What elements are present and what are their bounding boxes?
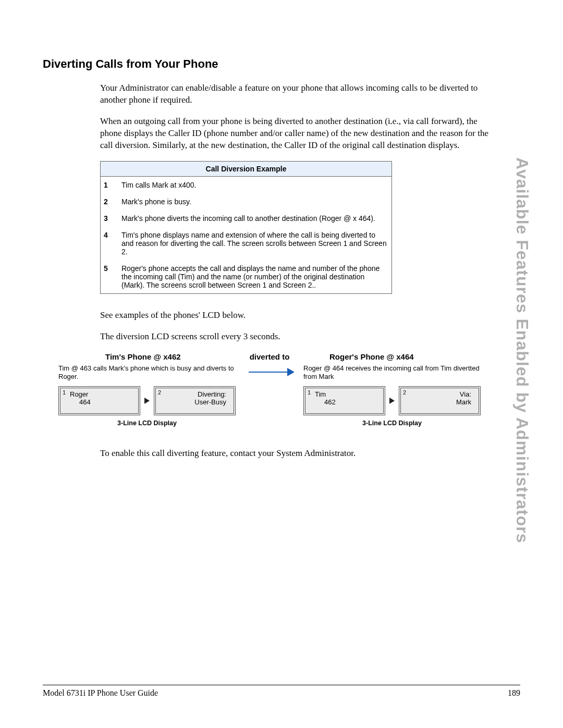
- row-num: 5: [101, 260, 119, 294]
- mid-text: See examples of the phones' LCD below. T…: [100, 310, 489, 343]
- row-text: Mark's phone diverts the incoming call t…: [118, 210, 392, 227]
- table-header: Call Diversion Example: [101, 161, 392, 176]
- side-section-title: Available Features Enabled by Administra…: [512, 157, 532, 544]
- lcd-line-2: 462: [315, 398, 380, 406]
- roger-phone-desc: Roger @ 464 receives the incoming call f…: [303, 364, 481, 382]
- row-text: Tim calls Mark at x400.: [118, 176, 392, 193]
- paragraph-2: When an outgoing call from your phone is…: [100, 116, 489, 152]
- tim-lcd-row: 1 Roger 464 2 Diverting: User-Busy: [58, 386, 236, 415]
- lcd-number-badge: 1: [308, 389, 311, 396]
- roger-lcd-screen-2: 2 Via: Mark: [399, 386, 481, 415]
- row-text: Mark's phone is busy.: [118, 193, 392, 210]
- roger-lcd-row: 1 Tim 462 2 Via: Mark: [303, 386, 481, 415]
- lcd-number-badge: 1: [63, 389, 66, 396]
- tim-phone-column: Tim's Phone @ x462 Tim @ 463 calls Mark'…: [58, 352, 236, 427]
- lcd-line-1: Tim: [315, 390, 380, 398]
- lcd-line-2: Mark: [410, 398, 475, 406]
- roger-lcd-caption: 3-Line LCD Display: [303, 419, 481, 427]
- roger-phone-column: Roger's Phone @ x464 Roger @ 464 receive…: [303, 352, 481, 427]
- paragraph-4: The diversion LCD screens scroll every 3…: [100, 331, 489, 343]
- tim-lcd-screen-1: 1 Roger 464: [58, 386, 140, 415]
- paragraph-1: Your Administrator can enable/disable a …: [100, 82, 489, 106]
- closing-text: To enable this call diverting feature, c…: [100, 448, 489, 460]
- triangle-right-icon: [144, 398, 150, 404]
- page-number: 189: [508, 688, 520, 698]
- row-text: Roger's phone accepts the call and displ…: [118, 260, 392, 294]
- lcd-line-1: Roger: [70, 390, 135, 398]
- diagram-gap: [236, 352, 288, 427]
- table-row: 5 Roger's phone accepts the call and dis…: [101, 260, 392, 294]
- lcd-number-badge: 2: [403, 389, 406, 396]
- row-text: Tim's phone displays name and extension …: [118, 227, 392, 260]
- tim-phone-title: Tim's Phone @ x462: [105, 352, 236, 361]
- roger-lcd-screen-1: 1 Tim 462: [303, 386, 385, 415]
- paragraph-5: To enable this call diverting feature, c…: [100, 448, 489, 460]
- lcd-number-badge: 2: [158, 389, 161, 396]
- section-heading: Diverting Calls from Your Phone: [43, 57, 520, 71]
- lcd-line-1: Diverting:: [165, 390, 230, 398]
- footer-rule: [43, 685, 520, 685]
- row-num: 1: [101, 176, 119, 193]
- row-num: 4: [101, 227, 119, 260]
- lcd-line-2: User-Busy: [165, 398, 230, 406]
- page: Available Features Enabled by Administra…: [0, 0, 563, 728]
- intro-block: Your Administrator can enable/disable a …: [100, 82, 489, 152]
- tim-lcd-screen-2: 2 Diverting: User-Busy: [154, 386, 236, 415]
- row-num: 2: [101, 193, 119, 210]
- table-row: 1 Tim calls Mark at x400.: [101, 176, 392, 193]
- row-num: 3: [101, 210, 119, 227]
- triangle-right-icon: [389, 398, 395, 404]
- tim-phone-desc: Tim @ 463 calls Mark's phone which is bu…: [58, 364, 236, 382]
- table-row: 2 Mark's phone is busy.: [101, 193, 392, 210]
- page-footer: Model 6731i IP Phone User Guide 189: [43, 685, 520, 698]
- table-row: 3 Mark's phone diverts the incoming call…: [101, 210, 392, 227]
- lcd-diagram: diverted to Tim's Phone @ x462 Tim @ 463…: [58, 352, 491, 427]
- tim-lcd-caption: 3-Line LCD Display: [58, 419, 236, 427]
- roger-phone-title: Roger's Phone @ x464: [329, 352, 481, 361]
- lcd-line-1: Via:: [410, 390, 475, 398]
- footer-title: Model 6731i IP Phone User Guide: [43, 688, 158, 698]
- paragraph-3: See examples of the phones' LCD below.: [100, 310, 489, 322]
- table-row: 4 Tim's phone displays name and extensio…: [101, 227, 392, 260]
- lcd-line-2: 464: [70, 398, 135, 406]
- call-diversion-example-table: Call Diversion Example 1 Tim calls Mark …: [100, 161, 392, 294]
